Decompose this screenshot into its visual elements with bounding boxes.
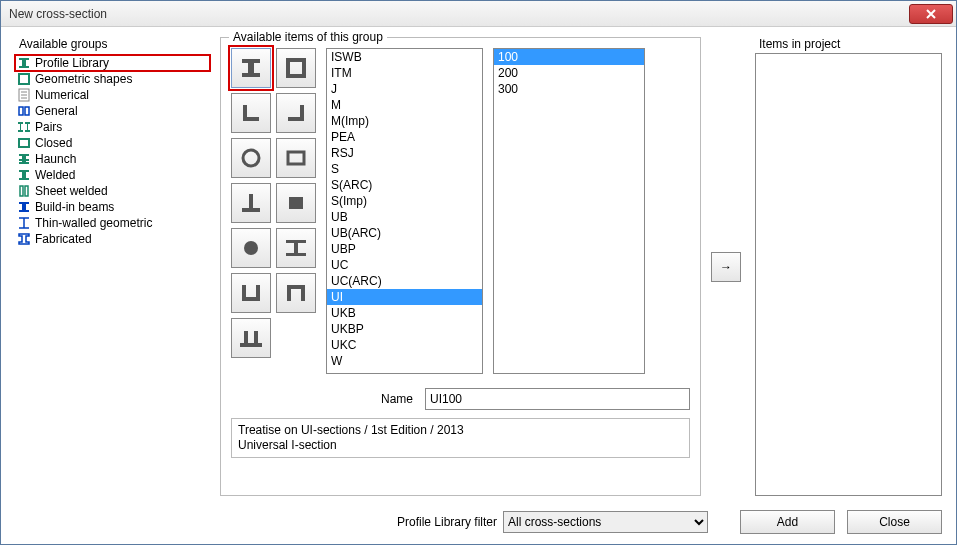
rect-hollow-icon [283,145,309,171]
group-fabricated[interactable]: Fabricated [15,231,210,247]
add-to-project-button[interactable]: → [711,252,741,282]
group-sheet-welded[interactable]: Sheet welded [15,183,210,199]
shape-btn-rect-solid[interactable] [276,183,316,223]
type-item[interactable]: ITM [327,65,482,81]
close-button[interactable]: Close [847,510,942,534]
circle-icon [238,235,264,261]
i-wide-icon [283,235,309,261]
type-item[interactable]: S(ARC) [327,177,482,193]
group-label: General [35,104,78,118]
type-item[interactable]: UB [327,209,482,225]
type-item[interactable]: UC(ARC) [327,273,482,289]
shape-btn-hollow-circle[interactable] [231,138,271,178]
hollow-circle-icon [238,145,264,171]
shape-btn-i-beam[interactable] [231,48,271,88]
type-item[interactable]: UB(ARC) [327,225,482,241]
pairs-icon [17,120,31,134]
bottom-row: Profile Library filter All cross-section… [15,510,942,534]
group-general[interactable]: General [15,103,210,119]
shape-btn-u-down[interactable] [276,273,316,313]
shape-btn-u-up[interactable] [231,273,271,313]
svg-rect-8 [288,152,304,164]
shape-btn-tee[interactable] [231,183,271,223]
group-label: Welded [35,168,75,182]
group-build-in-beams[interactable]: Build-in beams [15,199,210,215]
groups-column: Available groups Profile Library Geometr… [15,37,210,496]
items-fieldset: Available items of this group [220,37,701,496]
angle-j-icon [283,100,309,126]
svg-rect-9 [289,197,303,209]
group-profile-library[interactable]: Profile Library [15,55,210,71]
group-label: Profile Library [35,56,109,70]
group-pairs[interactable]: Pairs [15,119,210,135]
type-item[interactable]: UKC [327,337,482,353]
group-welded[interactable]: Welded [15,167,210,183]
name-input[interactable] [425,388,690,410]
window-title: New cross-section [9,7,107,21]
shape-btn-i-beam-wide[interactable] [276,228,316,268]
shape-btn-angle-l[interactable] [231,93,271,133]
group-label: Geometric shapes [35,72,132,86]
haunch-icon [17,152,31,166]
shape-btn-rect-hollow[interactable] [276,138,316,178]
group-closed[interactable]: Closed [15,135,210,151]
dialog-window: New cross-section Available groups Profi… [0,0,957,545]
type-item[interactable]: UBP [327,241,482,257]
type-item[interactable]: W [327,353,482,369]
group-label: Pairs [35,120,62,134]
project-listbox[interactable] [755,53,942,496]
closed-icon [17,136,31,150]
tee-icon [238,190,264,216]
project-column: Items in project [755,37,942,496]
size-item[interactable]: 300 [494,81,644,97]
svg-rect-5 [19,139,29,147]
welded-icon [17,168,31,182]
type-item[interactable]: M(Imp) [327,113,482,129]
svg-rect-6 [288,60,304,76]
group-haunch[interactable]: Haunch [15,151,210,167]
shape-button-grid [231,48,316,378]
shape-btn-box[interactable] [276,48,316,88]
close-icon [926,9,936,19]
build-in-icon [17,200,31,214]
window-close-button[interactable] [909,4,953,24]
sheet-welded-icon [17,184,31,198]
type-item[interactable]: S [327,161,482,177]
type-item[interactable]: S(Imp) [327,193,482,209]
group-geometric-shapes[interactable]: Geometric shapes [15,71,210,87]
items-label: Available items of this group [229,30,387,44]
group-label: Thin-walled geometric [35,216,152,230]
type-item[interactable]: PEA [327,129,482,145]
group-numerical[interactable]: Numerical [15,87,210,103]
size-item[interactable]: 200 [494,65,644,81]
shape-btn-wide-flange[interactable] [231,318,271,358]
rect-solid-icon [283,190,309,216]
type-item[interactable]: UKB [327,305,482,321]
add-button[interactable]: Add [740,510,835,534]
type-item[interactable]: RSJ [327,145,482,161]
items-inner: ISWB ITM J M M(Imp) PEA RSJ S S(ARC) S(I… [231,48,690,378]
size-listbox[interactable]: 100 200 300 [493,48,645,374]
type-item[interactable]: UKBP [327,321,482,337]
pick-lists: ISWB ITM J M M(Imp) PEA RSJ S S(ARC) S(I… [326,48,690,378]
group-label: Build-in beams [35,200,114,214]
filter-row: Profile Library filter All cross-section… [15,511,728,533]
type-item[interactable]: ISWB [327,49,482,65]
shape-btn-angle-j[interactable] [276,93,316,133]
shape-btn-solid-circle[interactable] [231,228,271,268]
wide-flange-icon [238,325,264,351]
groups-label: Available groups [15,37,210,51]
info-line2: Universal I-section [238,438,683,453]
name-row: Name [231,388,690,410]
type-item[interactable]: UC [327,257,482,273]
size-item[interactable]: 100 [494,49,644,65]
i-beam-icon [238,55,264,81]
type-item[interactable]: UI [327,289,482,305]
group-label: Numerical [35,88,89,102]
groups-list: Profile Library Geometric shapes Numeric… [15,53,210,247]
type-listbox[interactable]: ISWB ITM J M M(Imp) PEA RSJ S S(ARC) S(I… [326,48,483,374]
type-item[interactable]: J [327,81,482,97]
type-item[interactable]: M [327,97,482,113]
group-thin-walled[interactable]: Thin-walled geometric [15,215,210,231]
filter-select[interactable]: All cross-sections [503,511,708,533]
